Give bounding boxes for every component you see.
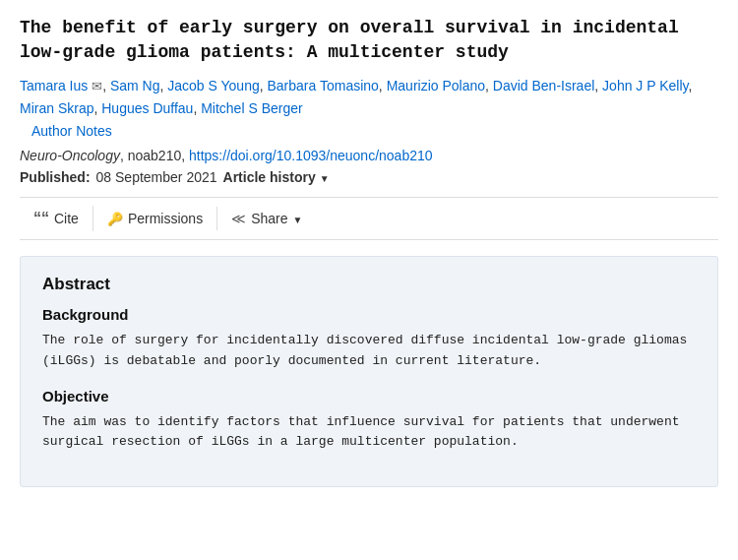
published-date: 08 September 2021: [96, 169, 217, 185]
author-miran-skrap[interactable]: Miran Skrap: [20, 100, 93, 116]
volume: noab210: [128, 148, 182, 163]
article-history-label: Article history: [223, 169, 316, 185]
published-line: Published: 08 September 2021 Article his…: [20, 169, 718, 185]
permissions-button[interactable]: Permissions: [93, 207, 217, 230]
chevron-down-icon: [320, 169, 330, 185]
share-chevron-icon: [293, 211, 303, 226]
objective-text: The aim was to identify factors that inf…: [42, 412, 696, 454]
cite-icon: [33, 210, 49, 227]
objective-heading: Objective: [42, 388, 696, 404]
journal-name: Neuro-Oncology: [20, 148, 120, 163]
journal-line: Neuro-Oncology, noab210, https://doi.org…: [20, 148, 718, 163]
toolbar: Cite Permissions Share: [20, 197, 718, 240]
background-text: The role of surgery for incidentally dis…: [42, 331, 696, 372]
abstract-title: Abstract: [42, 275, 696, 294]
author-mitchel-berger[interactable]: Mitchel S Berger: [201, 100, 302, 116]
share-icon: [231, 211, 246, 226]
article-history-button[interactable]: Article history: [223, 169, 330, 185]
cite-button[interactable]: Cite: [20, 206, 93, 231]
author-tamara-ius[interactable]: Tamara Ius: [20, 78, 88, 93]
author-david-ben-israel[interactable]: David Ben-Israel: [493, 78, 595, 93]
author-john-kelly[interactable]: John J P Kelly: [602, 78, 688, 93]
author-notes-link[interactable]: Author Notes: [31, 120, 112, 142]
author-jacob-young[interactable]: Jacob S Young: [167, 78, 259, 93]
author-sam-ng[interactable]: Sam Ng: [110, 78, 160, 93]
doi-link[interactable]: https://doi.org/10.1093/neuonc/noab210: [189, 148, 433, 163]
author-maurizio-polano[interactable]: Maurizio Polano: [387, 78, 485, 93]
article-title: The benefit of early surgery on overall …: [20, 16, 718, 65]
page-container: The benefit of early surgery on overall …: [0, 0, 738, 503]
background-heading: Background: [42, 306, 696, 323]
permissions-label: Permissions: [128, 211, 203, 226]
author-hugues-duffau[interactable]: Hugues Duffau: [101, 100, 193, 116]
cite-label: Cite: [54, 211, 79, 226]
key-icon: [107, 211, 123, 226]
author-barbara-tomasino[interactable]: Barbara Tomasino: [267, 78, 378, 93]
published-label: Published:: [20, 169, 91, 185]
abstract-box: Abstract Background The role of surgery …: [20, 256, 718, 487]
share-button[interactable]: Share: [217, 207, 316, 230]
authors-section: Tamara Ius , Sam Ng, Jacob S Young, Barb…: [20, 75, 718, 142]
share-label: Share: [251, 211, 287, 226]
email-icon: [92, 78, 102, 93]
